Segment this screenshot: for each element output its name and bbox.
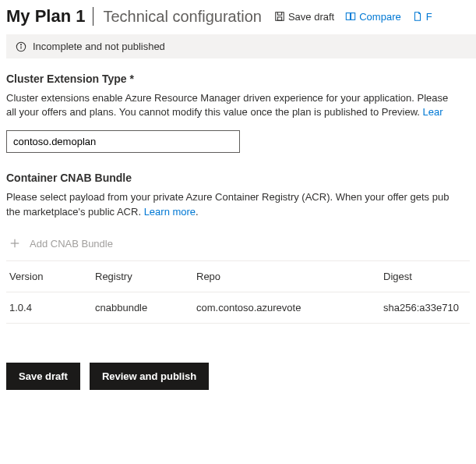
- cnab-table: Version Registry Repo Digest 1.0.4 cnabb…: [6, 261, 470, 324]
- save-icon: [274, 11, 285, 22]
- col-version: Version: [9, 271, 95, 282]
- page-header: My Plan 1 Technical configuration Save d…: [0, 0, 476, 31]
- compare-button[interactable]: Compare: [345, 11, 400, 23]
- save-draft-toolbar-label: Save draft: [288, 11, 334, 23]
- cluster-extension-type-input[interactable]: [6, 130, 240, 153]
- col-repo: Repo: [196, 271, 383, 282]
- table-row[interactable]: 1.0.4 cnabbundle com.contoso.azurevote s…: [6, 292, 470, 324]
- info-icon: [16, 41, 26, 52]
- cluster-learn-more-link[interactable]: Lear: [423, 106, 443, 118]
- cell-registry: cnabbundle: [95, 302, 196, 313]
- status-bar: Incomplete and not published: [6, 34, 476, 58]
- col-digest: Digest: [383, 271, 467, 282]
- title-divider: [93, 7, 93, 26]
- file-icon: [412, 11, 423, 22]
- add-cnab-label: Add CNAB Bundle: [30, 238, 113, 250]
- status-text: Incomplete and not published: [33, 41, 165, 52]
- save-draft-button[interactable]: Save draft: [6, 363, 80, 390]
- save-draft-toolbar-button[interactable]: Save draft: [274, 11, 334, 23]
- cell-version: 1.0.4: [9, 302, 95, 313]
- cluster-extension-description: Cluster extensions enable Azure Resource…: [6, 91, 470, 119]
- cell-repo: com.contoso.azurevote: [196, 302, 383, 313]
- main-content: Cluster Extension Type Cluster extension…: [0, 73, 476, 324]
- review-and-publish-button[interactable]: Review and publish: [90, 363, 209, 390]
- truncated-toolbar-button[interactable]: F: [412, 11, 432, 23]
- col-registry: Registry: [95, 271, 196, 282]
- compare-label: Compare: [359, 11, 400, 23]
- svg-rect-2: [347, 13, 351, 20]
- toolbar: Save draft Compare F: [274, 11, 432, 23]
- svg-rect-3: [351, 13, 355, 20]
- cnab-bundle-label: Container CNAB Bundle: [6, 172, 470, 184]
- page-subtitle: Technical configuration: [103, 8, 261, 26]
- truncated-label: F: [426, 11, 432, 23]
- cnab-bundle-description: Please select payload from your private …: [6, 190, 470, 218]
- cnab-learn-more-link[interactable]: Learn more: [144, 206, 196, 218]
- cluster-extension-label: Cluster Extension Type: [6, 73, 470, 85]
- svg-rect-0: [276, 12, 284, 21]
- cell-digest: sha256:a33e710: [383, 302, 467, 313]
- plan-title: My Plan 1: [6, 6, 85, 27]
- svg-rect-1: [277, 17, 281, 20]
- table-header: Version Registry Repo Digest: [6, 261, 470, 292]
- footer-actions: Save draft Review and publish: [0, 324, 476, 406]
- compare-icon: [345, 11, 356, 22]
- plus-icon: [9, 238, 20, 249]
- add-cnab-bundle-button[interactable]: Add CNAB Bundle: [6, 230, 470, 261]
- svg-point-6: [20, 44, 21, 44]
